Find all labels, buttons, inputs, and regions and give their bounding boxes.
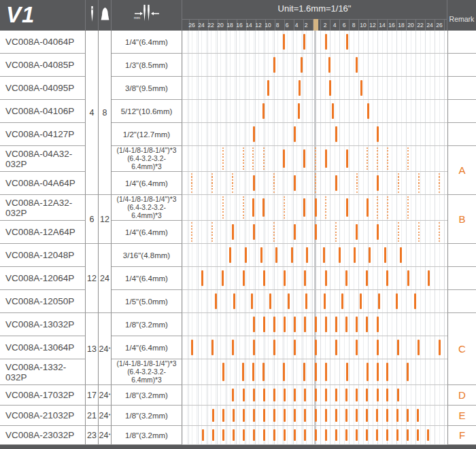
needle-tick-solid — [366, 409, 368, 422]
needle-tick-solid — [222, 270, 224, 286]
needle-tick-solid — [212, 409, 214, 422]
gauge-cell: 1/4"(6.4mm) — [112, 267, 182, 290]
scale-number: 10 — [263, 20, 273, 31]
needle-tick-solid — [356, 224, 358, 240]
scale-number: 4 — [330, 20, 339, 31]
needle-tick-solid — [222, 429, 224, 441]
needle-tick-solid — [377, 175, 379, 191]
needle-tick-solid — [215, 293, 217, 309]
needle-tick-dotted — [387, 196, 388, 219]
part-number-cell: VC008A-04106P — [0, 100, 86, 123]
max-needle-cell: 24* — [99, 313, 112, 385]
needle-tick-solid — [202, 429, 204, 441]
needle-tick-solid — [304, 270, 306, 286]
needle-tick-solid — [315, 429, 317, 441]
needle-tick-solid — [377, 340, 379, 355]
needle-tick-solid — [273, 340, 275, 355]
part-number-cell: VC008A-04A32-032P — [0, 146, 86, 172]
needle-tick-solid — [245, 247, 247, 263]
remark-cell — [447, 77, 476, 100]
needle-layout-cell — [182, 426, 447, 445]
needle-tick-solid — [304, 317, 306, 332]
needle-tick-solid — [233, 429, 235, 441]
gauge-cell: 1/5"(5.0mm) — [112, 290, 182, 313]
needle-tick-solid — [346, 34, 348, 50]
needle-tick-solid — [304, 389, 306, 401]
needle-tick-solid — [212, 429, 214, 441]
needle-tick-solid — [339, 247, 341, 263]
needle-tick-dotted — [273, 222, 275, 242]
needle-tick-solid — [332, 103, 334, 119]
gauge-cell: (1/4-1/8-1/8-1/4")*3(6.4-3.2-3.2-6.4mm)*… — [112, 195, 182, 221]
scale-number: 14 — [377, 20, 387, 31]
needle-tick-solid — [346, 198, 348, 217]
needle-tick-solid — [283, 363, 285, 381]
needle-tick-solid — [315, 224, 317, 240]
needle-tick-solid — [407, 409, 409, 422]
needle-tick-solid — [252, 198, 254, 217]
scale-number: 8 — [273, 20, 282, 31]
needle-icon — [89, 6, 95, 25]
scale-number: 16 — [387, 20, 396, 31]
gauge-cell: 1/3"(8.5mm) — [112, 54, 182, 77]
needle-tick-solid — [428, 270, 430, 286]
remark-cell — [447, 123, 476, 146]
needle-tick-dotted — [418, 222, 420, 242]
needle-tick-solid — [325, 34, 327, 50]
needle-tick-solid — [396, 409, 398, 422]
max-needle-cell: 24 — [99, 244, 112, 313]
needle-layout-cell — [182, 336, 447, 359]
needle-tick-solid — [222, 409, 224, 422]
needle-tick-solid — [324, 293, 326, 309]
scale-number: 12 — [368, 20, 377, 31]
presser-foot-icon — [100, 7, 110, 24]
needle-tick-solid — [263, 389, 265, 401]
part-number-cell: VC008A-12064P — [0, 267, 86, 290]
needle-tick-solid — [335, 389, 337, 401]
scale-number: 26 — [435, 20, 444, 31]
needle-count-cell: 23 — [86, 426, 99, 445]
part-number-cell: VC008A-04127P — [0, 123, 86, 146]
needle-tick-solid — [211, 340, 214, 355]
remark-cell — [447, 54, 476, 77]
needle-tick-solid — [377, 126, 379, 142]
needle-tick-dotted — [222, 147, 224, 170]
needle-tick-solid — [283, 149, 285, 168]
needle-tick-solid — [354, 247, 356, 263]
scale-number: 6 — [339, 20, 349, 31]
needle-tick-dotted — [418, 173, 420, 193]
needle-tick-solid — [367, 103, 369, 119]
needle-tick-dotted — [211, 222, 213, 242]
needle-count-column-header — [86, 0, 99, 31]
needle-tick-solid — [315, 340, 317, 355]
needle-tick-solid — [233, 409, 235, 422]
needle-tick-solid — [303, 198, 305, 217]
part-number-cell: VC008A-04064P — [0, 31, 86, 54]
needle-tick-solid — [303, 363, 305, 381]
gauge-cell: 1/4"(6.4mm) — [112, 31, 182, 54]
needle-tick-solid — [262, 103, 265, 119]
needle-count-cell: 17 — [86, 385, 99, 406]
needle-tick-solid — [369, 247, 371, 263]
needle-tick-solid — [301, 57, 303, 73]
needle-tick-solid — [346, 149, 348, 168]
needle-tick-solid — [298, 103, 300, 119]
needle-tick-solid — [242, 363, 244, 381]
gauge-cell: 1/2"(12.7mm) — [112, 123, 182, 146]
needle-tick-solid — [386, 389, 388, 401]
needle-tick-solid — [439, 340, 441, 355]
scale-number: 24 — [425, 20, 435, 31]
remark-cell — [447, 31, 476, 54]
max-needle-cell: 8 — [99, 31, 112, 195]
scale-header: Unit=1.6mm=1/16" 22446688101012121414161… — [182, 0, 447, 31]
needle-tick-solid — [232, 389, 234, 401]
needle-tick-solid — [273, 57, 275, 73]
scale-number: 22 — [206, 20, 216, 31]
needle-tick-dotted — [315, 147, 316, 170]
needle-tick-solid — [233, 293, 235, 309]
needle-tick-solid — [335, 429, 337, 441]
spec-sheet: V1 mm — [0, 0, 476, 449]
part-number-cell: VC008A-1332-032P — [0, 359, 86, 385]
part-number-cell: VC008A-13064P — [0, 336, 86, 359]
part-number-cell: VC008A-21032P — [0, 406, 86, 426]
